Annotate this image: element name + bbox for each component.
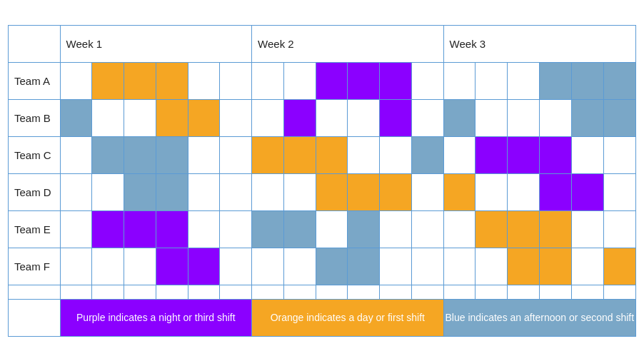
sep-cell-1 bbox=[60, 285, 92, 299]
cell-teamF-12 bbox=[443, 248, 476, 285]
legend-empty-cell bbox=[9, 299, 61, 336]
cell-teamD-14 bbox=[508, 173, 540, 210]
sep-cell-11 bbox=[380, 285, 412, 299]
cell-teamF-5 bbox=[220, 248, 252, 285]
team-label-teamD: Team D bbox=[9, 173, 61, 210]
cell-teamF-6 bbox=[252, 248, 284, 285]
cell-teamF-13 bbox=[476, 248, 508, 285]
cell-teamA-12 bbox=[443, 62, 476, 99]
cell-teamE-11 bbox=[411, 210, 443, 248]
cell-teamB-9 bbox=[348, 99, 380, 136]
sep-cell-14 bbox=[476, 285, 508, 299]
team-label-teamC: Team C bbox=[9, 136, 61, 173]
cell-teamC-1 bbox=[92, 136, 124, 173]
sep-cell-16 bbox=[540, 285, 572, 299]
week3-header: Week 3 bbox=[443, 25, 635, 62]
sep-cell-3 bbox=[124, 285, 156, 299]
cell-teamB-4 bbox=[188, 99, 220, 136]
cell-teamA-1 bbox=[92, 62, 124, 99]
cell-teamC-8 bbox=[316, 136, 348, 173]
cell-teamE-16 bbox=[572, 210, 604, 248]
cell-teamD-10 bbox=[380, 173, 412, 210]
cell-teamF-0 bbox=[60, 248, 92, 285]
cell-teamF-2 bbox=[124, 248, 156, 285]
cell-teamA-8 bbox=[316, 62, 348, 99]
cell-teamE-10 bbox=[380, 210, 412, 248]
cell-teamB-3 bbox=[156, 99, 188, 136]
cell-teamC-11 bbox=[411, 136, 443, 173]
cell-teamE-8 bbox=[316, 210, 348, 248]
cell-teamB-0 bbox=[60, 99, 92, 136]
team-label-teamB: Team B bbox=[9, 99, 61, 136]
cell-teamB-7 bbox=[283, 99, 316, 136]
cell-teamC-16 bbox=[572, 136, 604, 173]
cell-teamB-6 bbox=[252, 99, 284, 136]
cell-teamC-10 bbox=[380, 136, 412, 173]
sep-cell-5 bbox=[188, 285, 220, 299]
cell-teamB-5 bbox=[220, 99, 252, 136]
week2-header: Week 2 bbox=[252, 25, 444, 62]
sep-cell-18 bbox=[603, 285, 635, 299]
cell-teamC-9 bbox=[348, 136, 380, 173]
cell-teamB-17 bbox=[603, 99, 635, 136]
cell-teamD-17 bbox=[603, 173, 635, 210]
cell-teamE-14 bbox=[508, 210, 540, 248]
cell-teamD-11 bbox=[411, 173, 443, 210]
cell-teamA-7 bbox=[283, 62, 316, 99]
cell-teamD-7 bbox=[283, 173, 316, 210]
sep-cell-4 bbox=[156, 285, 188, 299]
cell-teamC-2 bbox=[124, 136, 156, 173]
cell-teamD-0 bbox=[60, 173, 92, 210]
cell-teamC-6 bbox=[252, 136, 284, 173]
cell-teamB-11 bbox=[411, 99, 443, 136]
cell-teamA-15 bbox=[540, 62, 572, 99]
cell-teamE-9 bbox=[348, 210, 380, 248]
cell-teamC-4 bbox=[188, 136, 220, 173]
cell-teamD-12 bbox=[443, 173, 476, 210]
cell-teamE-5 bbox=[220, 210, 252, 248]
cell-teamF-16 bbox=[572, 248, 604, 285]
cell-teamC-13 bbox=[476, 136, 508, 173]
cell-teamB-16 bbox=[572, 99, 604, 136]
cell-teamC-12 bbox=[443, 136, 476, 173]
cell-teamB-13 bbox=[476, 99, 508, 136]
cell-teamC-15 bbox=[540, 136, 572, 173]
cell-teamE-1 bbox=[92, 210, 124, 248]
cell-teamF-7 bbox=[283, 248, 316, 285]
cell-teamF-9 bbox=[348, 248, 380, 285]
sep-cell-0 bbox=[9, 285, 61, 299]
cell-teamF-3 bbox=[156, 248, 188, 285]
cell-teamF-10 bbox=[380, 248, 412, 285]
team-label-teamF: Team F bbox=[9, 248, 61, 285]
cell-teamD-4 bbox=[188, 173, 220, 210]
cell-teamD-15 bbox=[540, 173, 572, 210]
week1-header: Week 1 bbox=[60, 25, 252, 62]
sep-cell-9 bbox=[316, 285, 348, 299]
sep-cell-15 bbox=[508, 285, 540, 299]
sep-cell-7 bbox=[252, 285, 284, 299]
cell-teamE-6 bbox=[252, 210, 284, 248]
sep-cell-10 bbox=[348, 285, 380, 299]
cell-teamF-8 bbox=[316, 248, 348, 285]
cell-teamB-2 bbox=[124, 99, 156, 136]
cell-teamF-15 bbox=[540, 248, 572, 285]
cell-teamC-5 bbox=[220, 136, 252, 173]
cell-teamF-4 bbox=[188, 248, 220, 285]
cell-teamB-15 bbox=[540, 99, 572, 136]
sep-cell-17 bbox=[572, 285, 604, 299]
cell-teamB-14 bbox=[508, 99, 540, 136]
cell-teamA-11 bbox=[411, 62, 443, 99]
sep-cell-2 bbox=[92, 285, 124, 299]
cell-teamC-17 bbox=[603, 136, 635, 173]
cell-teamA-16 bbox=[572, 62, 604, 99]
cell-teamE-15 bbox=[540, 210, 572, 248]
cell-teamF-11 bbox=[411, 248, 443, 285]
cell-teamD-3 bbox=[156, 173, 188, 210]
schedule-table: Week 1 Week 2 Week 3 Team ATeam BTeam CT… bbox=[8, 25, 636, 337]
cell-teamC-0 bbox=[60, 136, 92, 173]
cell-teamB-1 bbox=[92, 99, 124, 136]
cell-teamE-4 bbox=[188, 210, 220, 248]
cell-teamD-1 bbox=[92, 173, 124, 210]
cell-teamC-3 bbox=[156, 136, 188, 173]
cell-teamE-3 bbox=[156, 210, 188, 248]
